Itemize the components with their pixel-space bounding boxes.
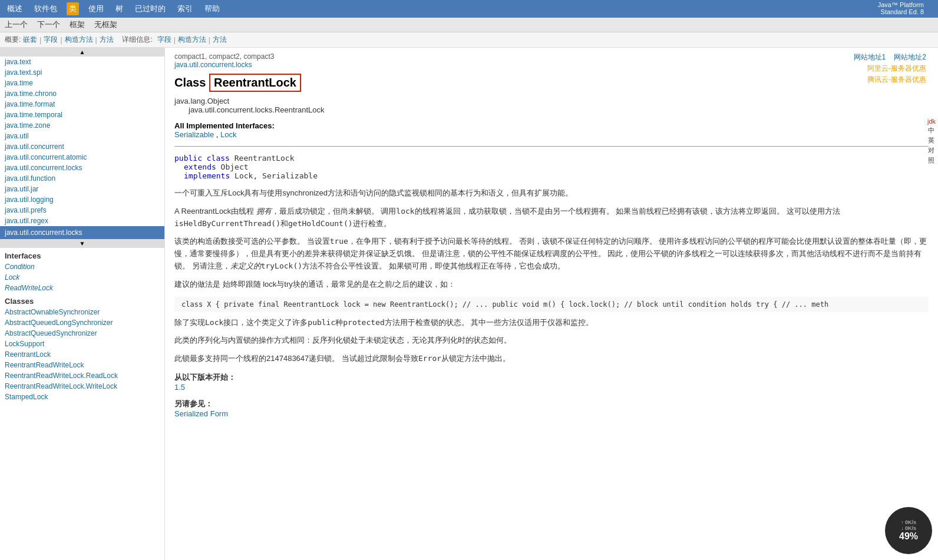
top-right-links: 网站地址1 网站地址2 阿里云-服务器优惠 腾讯云-服务器优惠 [851,52,926,86]
serialized-form-link[interactable]: Serialized Form [174,409,228,418]
implements-section: All Implemented Interfaces: Serializable… [174,121,929,139]
since-section: 从以下版本开始： 1.5 [174,372,929,392]
nav-no-frames[interactable]: 无框架 [94,19,117,30]
right-side-nav: jdk 中 英 对 照 [927,118,936,165]
site2-link[interactable]: 网站地址2 [894,53,926,61]
sidebar-package-item[interactable]: java.util.concurrent.atomic [0,152,164,163]
main-layout: ▲ java.textjava.text.spijava.timejava.ti… [0,48,938,560]
sidebar-package-item[interactable]: java.util.regex [0,216,164,226]
sidebar-class-item[interactable]: ReentrantLock [0,349,164,360]
sidebar-package-item[interactable]: java.time.temporal [0,110,164,120]
nav-prev[interactable]: 上一个 [5,19,28,30]
breadcrumb-bar: 概要: 嵌套 | 字段 | 构造方法 | 方法 详细信息: 字段 | 构造方法 … [0,32,938,48]
sidebar-interface-item[interactable]: Condition [0,261,164,272]
nav-class[interactable]: 类 [67,2,79,15]
network-widget[interactable]: ↑ 0K/s ↓ 0K/s 49% [885,507,932,554]
sidebar-package-item[interactable]: java.util.function [0,173,164,184]
breadcrumb-detail-field[interactable]: 字段 [157,35,171,45]
interface-lock[interactable]: Lock [220,130,236,139]
breadcrumb-detail-method[interactable]: 方法 [213,35,227,45]
breadcrumb-method[interactable]: 方法 [100,35,114,45]
class-title: Class ReentrantLock [174,74,929,92]
scroll-down-button[interactable]: ▼ [0,239,164,248]
scroll-up-button[interactable]: ▲ [0,48,164,57]
sidebar-class-item[interactable]: AbstractOwnableSynchronizer [0,307,164,317]
code-block: public class ReentrantLock extends Objec… [174,154,929,180]
code-sample: class X { private final ReentrantLock lo… [174,297,929,312]
nav-package[interactable]: 软件包 [32,2,60,15]
inheritance-tree: java.lang.Object java.util.concurrent.lo… [174,97,929,114]
divider [174,146,929,147]
side-nav-zh[interactable]: 中 [928,126,934,135]
desc-6: 此类的序列化与内置锁的操作方式相同：反序列化锁处于未锁定状态，无论其序列化时的状… [174,334,929,347]
breadcrumb-field[interactable]: 字段 [44,35,58,45]
sidebar-package-item[interactable]: java.util.concurrent.locks [0,163,164,173]
content-breadcrumb: compact1, compact2, compact3 java.util.c… [174,52,929,69]
interfaces-section-title: Interfaces [0,248,164,261]
nav-next[interactable]: 下一个 [37,19,60,30]
desc-5: 除了实现Lock接口，这个类定义了许多public种protected方法用于检… [174,317,929,329]
site1-link[interactable]: 网站地址1 [854,53,886,61]
tencent-link[interactable]: 腾讯云-服务器优惠 [867,75,926,84]
aliyun-link[interactable]: 阿里云-服务器优惠 [867,64,926,72]
side-nav-dui[interactable]: 对 [928,146,934,155]
interface-serializable[interactable]: Serializable [174,130,214,139]
sidebar-package-item[interactable]: java.time.format [0,99,164,110]
sidebar-interface-item[interactable]: Lock [0,272,164,283]
nav-help[interactable]: 帮助 [202,2,222,15]
active-package-item[interactable]: java.util.concurrent.locks [0,226,164,239]
cpu-percent: 49% [899,531,918,542]
sidebar-class-item[interactable]: LockSupport [0,339,164,349]
sidebar-package-item[interactable]: java.time.chrono [0,88,164,99]
sidebar-class-item[interactable]: AbstractQueuedLongSynchronizer [0,317,164,328]
desc-1: 一个可重入互斥Lock具有与使用synchronized方法和语句访问的隐式监视… [174,187,929,200]
sidebar-package-item[interactable]: java.text [0,57,164,67]
sidebar-class-item[interactable]: ReentrantReadWriteLock [0,360,164,370]
desc-4: 建议的做法是 始终即跟随 lock与try块的通话，最常见的是在之前/之后的建议… [174,279,929,291]
sidebar-package-item[interactable]: java.util.prefs [0,205,164,216]
desc-2: A ReentrantLock由线程 拥有，最后成功锁定，但尚未解锁。 调用lo… [174,206,929,230]
nav-tree[interactable]: 树 [113,2,125,15]
download-stat: ↓ 0K/s [901,525,916,531]
platform-info: Java™ Platform Standard Ed. 8 [876,1,926,15]
sidebar-class-item[interactable]: ReentrantReadWriteLock.ReadLock [0,370,164,381]
breadcrumb-detail-constructor[interactable]: 构造方法 [178,35,206,45]
interfaces-list: ConditionLockReadWriteLock [0,261,164,293]
sidebar-package-item[interactable]: java.util.logging [0,194,164,205]
nav-use[interactable]: 使用 [86,2,106,15]
sidebar-class-item[interactable]: AbstractQueuedSynchronizer [0,328,164,339]
desc-7: 此锁最多支持同一个线程的2147483647递归锁。 当试超过此限制会导致Err… [174,353,929,365]
sidebar: ▲ java.textjava.text.spijava.timejava.ti… [0,48,165,560]
package-list: java.textjava.text.spijava.timejava.time… [0,57,164,226]
sidebar-package-item[interactable]: java.text.spi [0,67,164,78]
breadcrumb-constructor[interactable]: 构造方法 [65,35,93,45]
sidebar-package-item[interactable]: java.time [0,78,164,88]
nav-frames[interactable]: 框架 [70,19,85,30]
nav-overview[interactable]: 概述 [5,2,25,15]
sidebar-interface-item[interactable]: ReadWriteLock [0,283,164,293]
sidebar-package-item[interactable]: java.util [0,131,164,141]
nav-deprecated[interactable]: 已过时的 [133,2,168,15]
classes-list: AbstractOwnableSynchronizerAbstractQueue… [0,307,164,402]
top-navigation: 概述 软件包 类 使用 树 已过时的 索引 帮助 Java™ Platform … [0,0,938,18]
sidebar-class-item[interactable]: ReentrantReadWriteLock.WriteLock [0,381,164,392]
side-nav-jdk[interactable]: jdk [927,118,936,125]
side-nav-en[interactable]: 英 [928,136,934,145]
class-name-box: ReentrantLock [209,74,301,92]
sidebar-package-item[interactable]: java.util.jar [0,184,164,194]
sidebar-class-item[interactable]: StampedLock [0,392,164,402]
package-link[interactable]: java.util.concurrent.locks [174,61,252,69]
desc-3: 该类的构造函数接受可选的公平参数。 当设置true，在争用下，锁有利于授予访问最… [174,236,929,272]
sidebar-package-item[interactable]: java.time.zone [0,120,164,131]
see-also-section: 另请参见： Serialized Form [174,399,929,418]
side-nav-zhao[interactable]: 照 [928,156,934,165]
upload-stat: ↑ 0K/s [901,519,916,525]
breadcrumb-summary-label: 概要: [5,35,21,45]
second-navigation: 上一个 下一个 框架 无框架 [0,18,938,32]
nav-index[interactable]: 索引 [175,2,195,15]
sidebar-package-item[interactable]: java.util.concurrent [0,141,164,152]
breadcrumb-nested[interactable]: 嵌套 [23,35,37,45]
classes-section-title: Classes [0,293,164,307]
breadcrumb-detail-label: 详细信息: [122,35,152,45]
content-area: 网站地址1 网站地址2 阿里云-服务器优惠 腾讯云-服务器优惠 compact1… [165,48,938,560]
